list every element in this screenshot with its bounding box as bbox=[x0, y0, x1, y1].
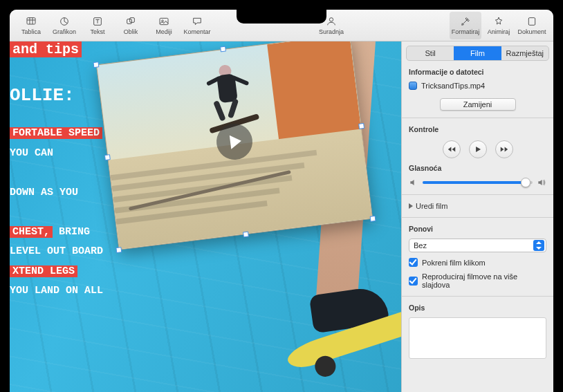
toolbar-document[interactable]: Dokument bbox=[516, 12, 548, 39]
collaborate-icon bbox=[325, 16, 338, 27]
repeat-select[interactable]: Bez bbox=[409, 239, 546, 252]
toolbar-label: Grafikon bbox=[53, 28, 76, 35]
edit-movie-label: Uredi film bbox=[416, 202, 447, 210]
svg-rect-8 bbox=[528, 17, 535, 25]
toolbar-label: Dokument bbox=[517, 28, 546, 35]
toolbar-label: Formatiraj bbox=[452, 28, 480, 35]
resize-handle[interactable] bbox=[104, 154, 111, 160]
movie-file-icon bbox=[409, 82, 417, 90]
tab-movie[interactable]: Film bbox=[454, 46, 501, 60]
play-button[interactable] bbox=[469, 140, 487, 158]
resize-handle[interactable] bbox=[220, 46, 226, 53]
fastforward-button[interactable] bbox=[495, 140, 513, 158]
shape-icon bbox=[124, 16, 137, 27]
movie-clip-selected[interactable] bbox=[96, 41, 373, 250]
select-stepper-icon bbox=[533, 240, 544, 251]
toolbar-media[interactable]: Mediji bbox=[148, 12, 180, 39]
slide-text: FORTABLE SPEED bbox=[10, 127, 102, 139]
play-icon bbox=[473, 144, 483, 154]
tab-arrange[interactable]: Razmještaj bbox=[501, 46, 548, 60]
play-across-slides-checkbox[interactable]: Reproduciraj filmove na više slajdova bbox=[409, 272, 546, 289]
inspector-tabs: Stil Film Razmještaj bbox=[406, 46, 549, 61]
slide-canvas[interactable]: and tips OLLIE: FORTABLE SPEED YOU CAN D… bbox=[10, 41, 401, 392]
slide-text: XTEND LEGS bbox=[10, 265, 77, 277]
edit-movie-disclosure[interactable]: Uredi film bbox=[409, 202, 546, 210]
comment-icon bbox=[191, 16, 203, 27]
toolbar-label: Komentar bbox=[183, 28, 210, 35]
checkbox-checked-icon bbox=[409, 258, 418, 267]
toolbar-label: Oblik bbox=[124, 28, 138, 35]
replace-button[interactable]: Zamijeni bbox=[440, 98, 516, 111]
toolbar-label: Animiraj bbox=[488, 28, 510, 35]
format-icon bbox=[459, 16, 472, 27]
repeat-heading: Ponovi bbox=[409, 225, 546, 233]
fileinfo-row: TricksandTips.mp4 bbox=[409, 82, 546, 90]
slide-text: and tips bbox=[10, 41, 82, 57]
resize-handle[interactable] bbox=[370, 216, 376, 222]
toolbar-text[interactable]: Tekst bbox=[82, 12, 113, 39]
svg-point-7 bbox=[329, 17, 333, 21]
toolbar-label: Tablica bbox=[21, 28, 41, 35]
rewind-button[interactable] bbox=[443, 140, 461, 158]
volume-heading: Glasnoća bbox=[409, 164, 546, 172]
description-heading: Opis bbox=[409, 304, 546, 312]
resize-handle[interactable] bbox=[93, 62, 99, 68]
svg-rect-4 bbox=[130, 17, 135, 22]
media-icon bbox=[158, 16, 170, 27]
slide-text: LEVEL OUT BOARD bbox=[10, 242, 217, 262]
laptop-notch bbox=[237, 10, 326, 24]
chart-icon bbox=[58, 16, 71, 27]
resize-handle[interactable] bbox=[358, 123, 364, 129]
movie-filename: TricksandTips.mp4 bbox=[421, 82, 485, 90]
svg-rect-0 bbox=[27, 17, 35, 24]
toolbar-comment[interactable]: Komentar bbox=[181, 12, 213, 39]
disclosure-triangle-icon bbox=[409, 203, 413, 209]
toolbar-table[interactable]: Tablica bbox=[15, 12, 47, 39]
slider-thumb[interactable] bbox=[521, 178, 530, 187]
text-icon bbox=[91, 16, 104, 27]
svg-rect-3 bbox=[127, 19, 132, 24]
table-icon bbox=[25, 16, 37, 27]
toolbar-animate[interactable]: Animiraj bbox=[483, 12, 515, 39]
volume-low-icon bbox=[409, 178, 418, 187]
format-inspector: Stil Film Razmještaj Informacije o datot… bbox=[401, 41, 553, 392]
toolbar-shape[interactable]: Oblik bbox=[115, 12, 147, 39]
checkbox-checked-icon bbox=[409, 277, 418, 286]
checkbox-label: Reproduciraj filmove na više slajdova bbox=[422, 272, 546, 289]
animate-icon bbox=[492, 16, 505, 27]
repeat-value: Bez bbox=[414, 241, 427, 250]
toolbar-left-group: Tablica Grafikon Tekst Oblik Mediji bbox=[15, 12, 213, 39]
rewind-icon bbox=[447, 144, 456, 154]
description-textarea[interactable] bbox=[409, 317, 546, 359]
toolbar-right-group: Formatiraj Animiraj Dokument bbox=[450, 12, 548, 39]
toolbar-label: Suradnja bbox=[319, 28, 344, 35]
controls-heading: Kontrole bbox=[409, 125, 546, 133]
slide-text: BRING bbox=[59, 226, 90, 238]
checkbox-label: Pokreni film klikom bbox=[422, 259, 486, 267]
document-icon bbox=[526, 16, 538, 27]
slide-text: YOU LAND ON ALL bbox=[10, 281, 217, 301]
tab-style[interactable]: Stil bbox=[407, 46, 454, 60]
slide-text: CHEST, bbox=[10, 226, 53, 238]
volume-slider[interactable] bbox=[409, 178, 546, 187]
start-on-click-checkbox[interactable]: Pokreni film klikom bbox=[409, 258, 546, 267]
volume-high-icon bbox=[537, 178, 546, 187]
resize-handle[interactable] bbox=[116, 247, 122, 253]
toolbar-format[interactable]: Formatiraj bbox=[450, 12, 481, 39]
fileinfo-heading: Informacije o datoteci bbox=[409, 68, 546, 76]
toolbar-label: Tekst bbox=[90, 28, 104, 35]
toolbar-chart[interactable]: Grafikon bbox=[48, 12, 80, 39]
fastforward-icon bbox=[499, 144, 509, 154]
toolbar-label: Mediji bbox=[156, 28, 172, 35]
resize-handle[interactable] bbox=[243, 232, 249, 238]
